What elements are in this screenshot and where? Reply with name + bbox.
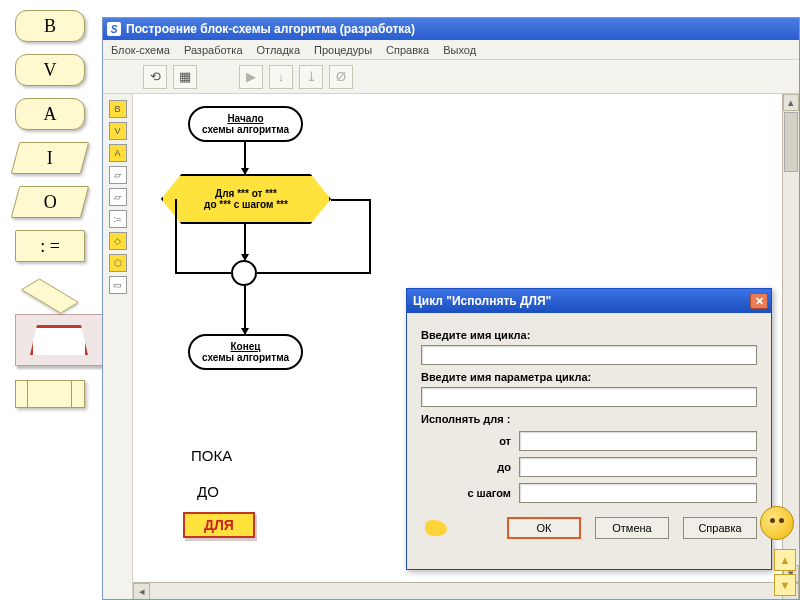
tool-stepinto-icon[interactable]: ↓	[269, 65, 293, 89]
label-until: ДО	[197, 483, 219, 500]
palette-loop-selected[interactable]	[15, 314, 103, 366]
dialog-title: Цикл "Исполнять ДЛЯ"	[413, 294, 551, 308]
palette-begin[interactable]: B	[15, 10, 85, 42]
edge	[257, 272, 371, 274]
node-end[interactable]: Конец схемы алгоритма	[188, 334, 303, 370]
stool-input-icon[interactable]: ▱	[109, 166, 127, 184]
label: I	[47, 148, 53, 169]
stool-begin-icon[interactable]: B	[109, 100, 127, 118]
edge	[369, 199, 371, 273]
label-for-selected[interactable]: ДЛЯ	[183, 512, 255, 538]
tool-new-icon[interactable]: ⟲	[143, 65, 167, 89]
loop-line1: Для *** от ***	[163, 188, 329, 199]
stool-var-icon[interactable]: V	[109, 122, 127, 140]
start-line2: схемы алгоритма	[194, 124, 297, 135]
label-while: ПОКА	[191, 447, 232, 464]
help-button[interactable]: Справка	[683, 517, 757, 539]
end-line1: Конец	[194, 341, 297, 352]
tool-stepover-icon[interactable]: ⤓	[299, 65, 323, 89]
input-from[interactable]	[519, 431, 757, 451]
palette-action[interactable]: A	[15, 98, 85, 130]
arrowhead-icon	[241, 168, 249, 175]
edge	[175, 199, 177, 273]
stool-loop-icon[interactable]: ⬡	[109, 254, 127, 272]
input-to[interactable]	[519, 457, 757, 477]
edge	[244, 286, 246, 334]
label: Справка	[698, 522, 741, 534]
label-execute-for: Исполнять для :	[421, 413, 757, 425]
label: O	[44, 192, 57, 213]
label-to: до	[421, 461, 511, 473]
start-line1: Начало	[194, 113, 297, 124]
shape-palette: B V A I O : =	[15, 10, 105, 408]
label-step: с шагом	[421, 487, 511, 499]
label: A	[44, 104, 57, 125]
stool-output-icon[interactable]: ▱	[109, 188, 127, 206]
cancel-button[interactable]: Отмена	[595, 517, 669, 539]
palette-input[interactable]: I	[11, 142, 90, 174]
nav-up-icon[interactable]: ▲	[774, 549, 796, 571]
menu-blockscheme[interactable]: Блок-схема	[111, 44, 170, 56]
loop-icon	[30, 325, 88, 355]
tool-stop-icon[interactable]: Ø	[329, 65, 353, 89]
window-title: Построение блок-схемы алгоритма (разрабо…	[126, 22, 415, 36]
edge	[331, 199, 371, 201]
dialog-for-loop: Цикл "Исполнять ДЛЯ" ✕ Введите имя цикла…	[406, 288, 772, 570]
menu-procedures[interactable]: Процедуры	[314, 44, 372, 56]
menu-help[interactable]: Справка	[386, 44, 429, 56]
label: Отмена	[612, 522, 651, 534]
tool-play-icon[interactable]: ▶	[239, 65, 263, 89]
menu-debug[interactable]: Отладка	[257, 44, 300, 56]
palette-subroutine[interactable]	[15, 380, 85, 408]
app-icon: S	[107, 22, 121, 36]
edge	[175, 272, 231, 274]
label-from: от	[421, 435, 511, 447]
tool-grid-icon[interactable]: ▦	[173, 65, 197, 89]
stool-decision-icon[interactable]: ◇	[109, 232, 127, 250]
mascot-icon	[425, 520, 447, 536]
loop-line2: до *** с шагом ***	[163, 199, 329, 210]
horizontal-scrollbar[interactable]: ◂ ▸	[133, 582, 799, 599]
label: B	[44, 16, 56, 37]
close-icon[interactable]: ✕	[750, 293, 768, 309]
stool-action-icon[interactable]: A	[109, 144, 127, 162]
side-toolbar: B V A ▱ ▱ := ◇ ⬡ ▭	[103, 94, 133, 599]
node-connector[interactable]	[231, 260, 257, 286]
toolbar: ⟲ ▦ ▶ ↓ ⤓ Ø	[103, 60, 799, 94]
input-step[interactable]	[519, 483, 757, 503]
scroll-up-icon[interactable]: ▴	[783, 94, 799, 111]
palette-output[interactable]: O	[11, 186, 90, 218]
palette-decision[interactable]	[21, 279, 79, 314]
label: V	[44, 60, 57, 81]
slide-nav: ▲ ▼	[774, 549, 796, 596]
titlebar: S Построение блок-схемы алгоритма (разра…	[103, 18, 799, 40]
stool-sub-icon[interactable]: ▭	[109, 276, 127, 294]
label: : =	[40, 236, 60, 257]
label-param-name: Введите имя параметра цикла:	[421, 371, 757, 383]
menubar: Блок-схема Разработка Отладка Процедуры …	[103, 40, 799, 60]
stool-assign-icon[interactable]: :=	[109, 210, 127, 228]
dialog-titlebar[interactable]: Цикл "Исполнять ДЛЯ" ✕	[407, 289, 771, 313]
menu-exit[interactable]: Выход	[443, 44, 476, 56]
nav-down-icon[interactable]: ▼	[774, 574, 796, 596]
ok-button[interactable]: ОК	[507, 517, 581, 539]
dialog-body: Введите имя цикла: Введите имя параметра…	[407, 313, 771, 569]
end-line2: схемы алгоритма	[194, 352, 297, 363]
menu-develop[interactable]: Разработка	[184, 44, 243, 56]
label: ОК	[537, 522, 552, 534]
smiley-icon	[760, 506, 794, 540]
palette-variable[interactable]: V	[15, 54, 85, 86]
scroll-left-icon[interactable]: ◂	[133, 583, 150, 599]
node-start[interactable]: Начало схемы алгоритма	[188, 106, 303, 142]
palette-assign[interactable]: : =	[15, 230, 85, 262]
input-param-name[interactable]	[421, 387, 757, 407]
label: ДЛЯ	[204, 517, 234, 533]
node-for-loop[interactable]: Для *** от *** до *** с шагом ***	[161, 174, 331, 224]
scroll-thumb[interactable]	[784, 112, 798, 172]
input-loop-name[interactable]	[421, 345, 757, 365]
label-loop-name: Введите имя цикла:	[421, 329, 757, 341]
